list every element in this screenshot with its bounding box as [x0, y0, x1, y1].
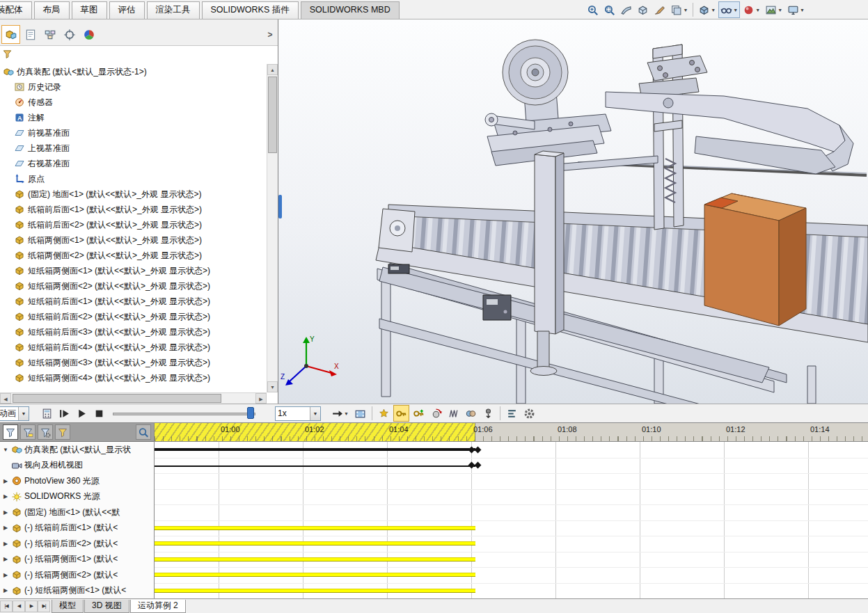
- expand-caret-icon[interactable]: ▶: [2, 587, 9, 594]
- tree-item[interactable]: 短纸箱前后面<1> (默认<<默认>_外观 显示状态>): [0, 294, 267, 309]
- tree-item[interactable]: ▶(-) 纸箱两侧面<2> (默认<: [0, 567, 154, 583]
- tree-item[interactable]: ▶SOLIDWORKS 光源: [0, 489, 154, 505]
- tree-item[interactable]: 纸箱前后面<1> (默认<<默认>_外观 显示状态>): [0, 202, 267, 217]
- expand-caret-icon[interactable]: ▶: [2, 525, 9, 531]
- motion-study-type-select[interactable]: 动画 ▼: [0, 406, 29, 421]
- edit-appearance-button[interactable]: [652, 1, 668, 18]
- configuration-tab[interactable]: [40, 25, 59, 44]
- timeline-seek-slider[interactable]: [113, 407, 255, 420]
- expand-caret-icon[interactable]: ▼: [2, 447, 9, 453]
- filter-animated-button[interactable]: [20, 424, 35, 440]
- gravity-button[interactable]: [480, 405, 496, 422]
- tree-item[interactable]: 传感器: [0, 95, 267, 110]
- tree-item[interactable]: ▶(-) 纸箱前后面<2> (默认<: [0, 536, 154, 552]
- tree-item[interactable]: (固定) 地面<1> (默认<<默认>_外观 显示状态>): [0, 186, 267, 202]
- dimxpert-tab[interactable]: [60, 25, 79, 44]
- filter-overview-button[interactable]: [3, 424, 18, 440]
- tree-item[interactable]: ▶(-) 纸箱前后面<1> (默认<: [0, 520, 154, 536]
- slider-thumb[interactable]: [247, 407, 254, 419]
- feature-tree-vertical-scrollbar[interactable]: ▲ ▼: [267, 64, 278, 392]
- animation-wizard-button[interactable]: [376, 405, 392, 422]
- tree-item[interactable]: 短纸箱前后面<3> (默认<<默认>_外观 显示状态>): [0, 324, 267, 340]
- tree-item[interactable]: 上视基准面: [0, 141, 267, 156]
- results-and-plots-button[interactable]: [504, 405, 520, 422]
- timeline-key-bar[interactable]: [155, 526, 475, 530]
- spring-button[interactable]: [445, 405, 461, 422]
- timeline-key-bar[interactable]: [155, 557, 475, 562]
- zoom-to-fit-button[interactable]: [585, 1, 601, 18]
- scroll-right-icon[interactable]: ▶: [255, 393, 267, 404]
- ribbon-tab[interactable]: 草图: [72, 1, 107, 19]
- expand-caret-icon[interactable]: ▶: [2, 493, 9, 500]
- expand-caret-icon[interactable]: ▶: [2, 509, 9, 516]
- document-tab[interactable]: 模型: [52, 600, 84, 613]
- playback-speed-select[interactable]: 1x ▼: [275, 406, 321, 421]
- apply-scene-button[interactable]: ▼: [763, 1, 784, 18]
- autokey-button[interactable]: [393, 405, 409, 422]
- hide-show-items-button[interactable]: ▼: [718, 1, 740, 18]
- graphics-viewport[interactable]: Y X Z: [278, 19, 868, 404]
- tree-item[interactable]: 前视基准面: [0, 125, 267, 141]
- view-orientation-button[interactable]: [635, 1, 651, 18]
- ribbon-tab[interactable]: 布局: [34, 1, 70, 19]
- filter-selected-button[interactable]: [55, 424, 70, 440]
- scroll-left-icon[interactable]: ◀: [0, 393, 11, 404]
- timeline-key-bar[interactable]: [155, 589, 475, 593]
- add-key-button[interactable]: [411, 405, 427, 422]
- save-animation-button[interactable]: [352, 405, 368, 422]
- document-tab[interactable]: 运动算例 2: [130, 600, 186, 613]
- ribbon-tab[interactable]: 评估: [109, 1, 145, 19]
- timeline-key-bar[interactable]: [155, 573, 475, 577]
- ribbon-tab[interactable]: SOLIDWORKS 插件: [202, 1, 299, 19]
- tree-item[interactable]: 纸箱两侧面<1> (默认<<默认>_外观 显示状态>): [0, 232, 267, 248]
- tree-filter-icon[interactable]: [2, 49, 13, 61]
- tree-item[interactable]: 短纸箱两侧面<1> (默认<<默认>_外观 显示状态>): [0, 263, 267, 278]
- panel-splitter-handle[interactable]: [278, 195, 282, 218]
- calculate-button[interactable]: [39, 405, 55, 422]
- view-settings-button[interactable]: ▼: [785, 1, 807, 18]
- tree-item[interactable]: ▼仿真装配 (默认<默认_显示状: [0, 442, 154, 458]
- play-button[interactable]: [74, 405, 90, 422]
- zoom-timeline-button[interactable]: [136, 424, 151, 440]
- appearances-button[interactable]: ▼: [741, 1, 762, 18]
- tree-item[interactable]: 仿真装配 (默认<默认_显示状态-1>): [0, 64, 267, 79]
- display-settings-button[interactable]: ▼: [668, 1, 690, 18]
- feature-tree-horizontal-scrollbar[interactable]: ◀ ▶: [0, 392, 267, 404]
- scrollbar-thumb[interactable]: [13, 394, 221, 403]
- timeline-change-bar[interactable]: [155, 448, 475, 451]
- tree-item[interactable]: 短纸箱前后面<4> (默认<<默认>_外观 显示状态>): [0, 340, 267, 355]
- section-view-button[interactable]: [618, 1, 634, 18]
- tape-roll[interactable]: [503, 40, 568, 105]
- tree-item[interactable]: ▶(-) 短纸箱两侧面<1> (默认<: [0, 583, 154, 599]
- motion-study-properties-button[interactable]: [521, 405, 537, 422]
- playback-mode-button[interactable]: ▼: [329, 405, 351, 422]
- filter-driving-button[interactable]: [38, 424, 53, 440]
- tree-item[interactable]: ▶(固定) 地面<1> (默认<<默: [0, 504, 154, 520]
- display-style-button[interactable]: ▼: [696, 1, 718, 18]
- timeline-ruler[interactable]: 01:0001:0201:0401:0601:0801:1001:1201:14: [155, 423, 868, 442]
- first-study-button[interactable]: |◀: [0, 600, 13, 612]
- feature-tree-tab[interactable]: [1, 25, 20, 44]
- appearance-tab[interactable]: [79, 25, 98, 44]
- expand-caret-icon[interactable]: ▶: [2, 478, 9, 484]
- expand-caret-icon[interactable]: ▶: [2, 556, 9, 562]
- previous-study-button[interactable]: ◀: [13, 600, 25, 612]
- last-study-button[interactable]: ▶|: [38, 600, 50, 612]
- tree-item[interactable]: 短纸箱两侧面<3> (默认<<默认>_外观 显示状态>): [0, 355, 267, 370]
- tree-item[interactable]: 短纸箱两侧面<2> (默认<<默认>_外观 显示状态>): [0, 278, 267, 294]
- play-from-start-button[interactable]: [56, 405, 72, 422]
- timeline-change-bar[interactable]: [155, 465, 475, 467]
- ribbon-tab[interactable]: 装配体: [0, 1, 32, 19]
- motor-button[interactable]: [428, 405, 444, 422]
- scroll-up-icon[interactable]: ▲: [267, 64, 278, 75]
- key-point-diamond[interactable]: [475, 446, 482, 453]
- property-tab[interactable]: [21, 25, 40, 44]
- tree-item[interactable]: 纸箱两侧面<2> (默认<<默认>_外观 显示状态>): [0, 248, 267, 263]
- expand-caret-icon[interactable]: ▶: [2, 572, 9, 578]
- contact-button[interactable]: [463, 405, 479, 422]
- tree-item[interactable]: 纸箱前后面<2> (默认<<默认>_外观 显示状态>): [0, 217, 267, 232]
- tree-item[interactable]: A注解: [0, 110, 267, 125]
- ribbon-tab[interactable]: SOLIDWORKS MBD: [301, 1, 400, 19]
- tree-item[interactable]: 原点: [0, 171, 267, 186]
- stop-button[interactable]: [91, 405, 107, 422]
